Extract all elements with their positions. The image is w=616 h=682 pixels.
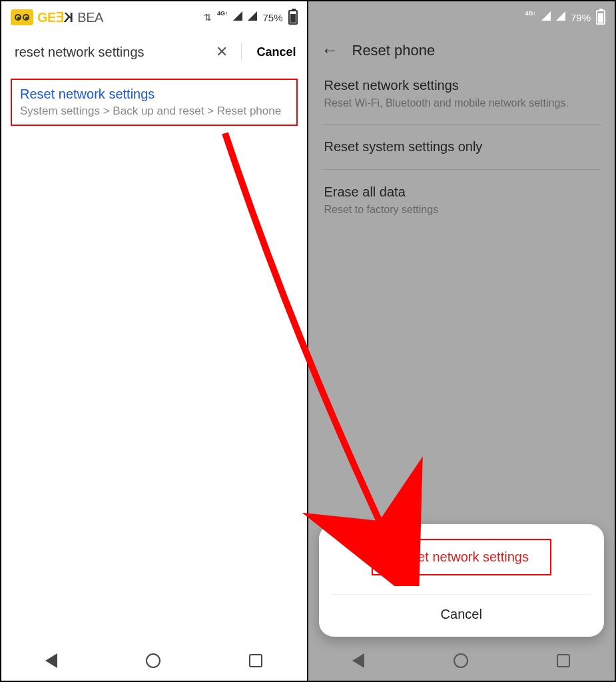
option-reset-network[interactable]: Reset network settings Reset Wi-Fi, Blue… (322, 63, 602, 124)
option-title: Reset network settings (324, 78, 599, 93)
page-title: Reset phone (352, 42, 436, 59)
signal-icon-2 (556, 11, 565, 23)
result-breadcrumb: System settings > Back up and reset > Re… (20, 105, 288, 118)
clear-search-icon[interactable]: ✕ (209, 39, 234, 65)
network-type-label: 4G↑ (525, 10, 536, 17)
divider (332, 594, 591, 595)
signal-icon-1 (541, 11, 551, 23)
page-header: ← Reset phone (308, 33, 615, 63)
nav-bar-left (1, 641, 307, 681)
owl-logo-icon (11, 9, 33, 25)
search-result-item[interactable]: Reset network settings System settings >… (11, 79, 298, 126)
battery-percentage: 79% (571, 12, 591, 23)
confirm-reset-button[interactable]: Reset network settings (372, 539, 551, 575)
option-erase-all[interactable]: Erase all data Reset to factory settings (322, 169, 602, 230)
battery-icon (596, 10, 605, 25)
confirm-sheet: Reset network settings Cancel (319, 524, 605, 637)
search-bar: reset network settings ✕ Cancel (1, 33, 307, 71)
option-subtitle: Reset Wi-Fi, Bluetooth and mobile networ… (324, 97, 599, 109)
option-title: Reset system settings only (324, 139, 599, 155)
nav-back-icon[interactable] (45, 653, 57, 668)
nav-home-icon[interactable] (146, 653, 160, 668)
logo-text: GEƎKBEA (37, 9, 103, 25)
back-arrow-icon[interactable]: ← (322, 40, 339, 61)
nav-bar-right (308, 641, 615, 681)
network-type-label: 4G↑ (217, 10, 228, 17)
option-subtitle: Reset to factory settings (324, 204, 599, 216)
divider (241, 43, 242, 61)
data-arrows-icon: ⇅ (204, 12, 212, 23)
sheet-cancel-button[interactable]: Cancel (441, 607, 482, 622)
cancel-search-button[interactable]: Cancel (248, 45, 296, 59)
nav-home-icon[interactable] (454, 653, 468, 668)
search-input[interactable]: reset network settings (15, 45, 202, 60)
battery-percentage: 75% (262, 12, 282, 23)
status-bar-right: 4G↑ 79% (308, 1, 615, 33)
battery-icon (288, 10, 298, 25)
signal-icon-2 (248, 11, 257, 23)
signal-icon-1 (233, 11, 242, 23)
nav-recent-icon[interactable] (557, 654, 570, 667)
result-title: Reset network settings (20, 87, 288, 102)
nav-recent-icon[interactable] (249, 654, 262, 667)
nav-back-icon[interactable] (352, 653, 364, 668)
option-reset-system[interactable]: Reset system settings only (322, 124, 602, 169)
status-bar-left: GEƎKBEA ⇅ 4G↑ 75% (1, 1, 307, 33)
option-title: Erase all data (324, 184, 599, 200)
